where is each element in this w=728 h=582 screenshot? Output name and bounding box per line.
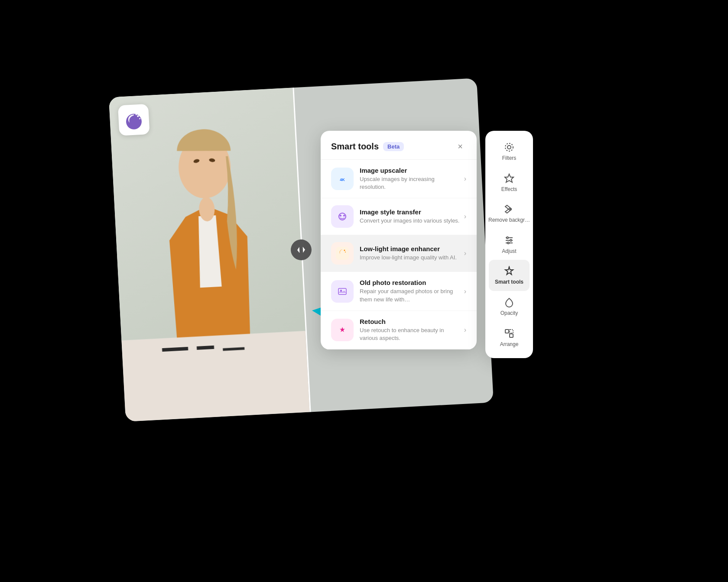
tool-chevron-style-transfer: › [464,213,466,220]
sidebar-label-remove-bg: Remove backgr… [488,217,530,224]
sidebar-icon-smart-tools [503,265,515,277]
tool-name-upscaler: Image upscaler [360,167,461,174]
sidebar-label-arrange: Arrange [500,341,519,348]
sidebar-list: Filters Effects Remove backgr… Adjust Sm… [485,136,533,353]
tool-item-old-photo[interactable]: Old photo restoration Repair your damage… [321,272,477,310]
tool-text-style-transfer: Image style transfer Convert your images… [360,208,461,225]
svg-rect-15 [336,247,349,260]
tool-text-low-light: Low-light image enhancer Improve low-lig… [360,245,461,262]
svg-point-23 [505,143,513,151]
svg-rect-18 [336,285,349,298]
tool-chevron-retouch: › [464,326,466,334]
svg-point-16 [344,250,345,251]
svg-point-22 [507,146,511,149]
tool-desc-low-light: Improve low-light image quality with AI. [360,254,461,262]
tool-icon-low-light [331,242,354,265]
panel-title: Smart tools [331,142,379,152]
tool-list: 4K Image upscaler Upscale images by incr… [321,160,477,349]
svg-point-29 [510,239,512,241]
tool-text-retouch: Retouch Use retouch to enhance beauty in… [360,318,461,342]
beta-badge: Beta [383,142,404,151]
app-logo [118,104,150,136]
tool-desc-style-transfer: Convert your images into various styles. [360,217,461,225]
tool-name-old-photo: Old photo restoration [360,279,461,286]
tool-item-style-transfer[interactable]: Image style transfer Convert your images… [321,198,477,235]
svg-text:4K: 4K [340,178,345,182]
sidebar-label-adjust: Adjust [502,248,516,255]
sidebar-item-remove-bg[interactable]: Remove backgr… [485,198,533,229]
smart-tools-panel: Smart tools Beta × 4K Image upscaler Ups… [321,131,477,349]
sidebar-item-effects[interactable]: Effects [485,167,533,198]
tool-text-old-photo: Old photo restoration Repair your damage… [360,279,461,303]
svg-point-30 [507,242,509,244]
tool-desc-upscaler: Upscale images by increasing resolution. [360,175,461,191]
tool-name-low-light: Low-light image enhancer [360,245,461,252]
sidebar-label-effects: Effects [501,186,517,193]
sidebar-label-smart-tools: Smart tools [495,279,523,286]
tool-item-low-light[interactable]: Low-light image enhancer Improve low-lig… [321,235,477,272]
tool-name-retouch: Retouch [360,318,461,325]
tool-chevron-old-photo: › [464,288,466,295]
panel-header: Smart tools Beta × [321,131,477,160]
sidebar-item-opacity[interactable]: Opacity [485,291,533,322]
tool-chevron-low-light: › [464,249,466,257]
tool-icon-retouch [331,319,354,341]
svg-point-14 [343,215,345,217]
svg-rect-31 [505,330,509,333]
sidebar-item-filters[interactable]: Filters [485,136,533,167]
tool-item-retouch[interactable]: Retouch Use retouch to enhance beauty in… [321,311,477,349]
photo-left [109,88,310,422]
sidebar-label-filters: Filters [502,155,517,162]
svg-point-28 [507,237,508,239]
sidebar-icon-arrange [503,327,515,340]
right-sidebar: Filters Effects Remove backgr… Adjust Sm… [485,131,533,358]
tool-icon-old-photo [331,280,354,303]
tool-name-style-transfer: Image style transfer [360,208,461,216]
svg-rect-11 [336,210,349,223]
sidebar-item-arrange[interactable]: Arrange [485,322,533,353]
sidebar-icon-remove-bg [503,203,515,215]
tool-desc-retouch: Use retouch to enhance beauty in various… [360,327,461,342]
sidebar-item-smart-tools[interactable]: Smart tools [489,260,530,291]
sidebar-label-opacity: Opacity [500,310,518,317]
svg-marker-24 [505,174,514,182]
svg-rect-33 [510,334,513,337]
close-button[interactable]: × [454,140,466,152]
svg-point-13 [340,215,341,217]
logo-icon [123,109,145,131]
sidebar-item-adjust[interactable]: Adjust [485,229,533,260]
tool-icon-upscaler: 4K [331,168,354,190]
tool-text-upscaler: Image upscaler Upscale images by increas… [360,167,461,191]
svg-rect-32 [510,330,513,333]
tool-chevron-upscaler: › [464,175,466,183]
tool-item-upscaler[interactable]: 4K Image upscaler Upscale images by incr… [321,160,477,198]
svg-point-17 [345,252,346,252]
tool-desc-old-photo: Repair your damaged photos or bring them… [360,288,461,303]
sidebar-icon-adjust [503,234,515,246]
tool-icon-style-transfer [331,205,354,228]
sidebar-icon-effects [503,172,515,184]
sidebar-icon-filters [503,141,515,153]
sidebar-icon-opacity [503,296,515,308]
panel-title-group: Smart tools Beta [331,142,404,152]
